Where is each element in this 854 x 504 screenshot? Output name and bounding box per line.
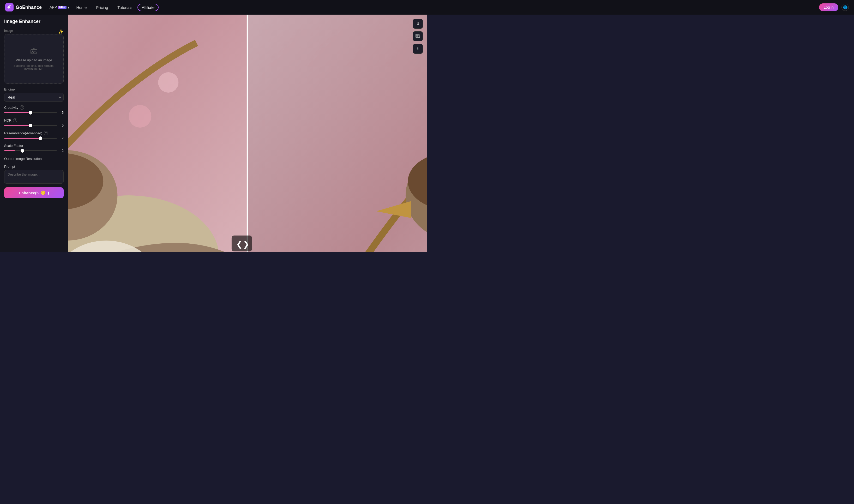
resemblance-section: Resemblance(Advanced) ? 7 — [4, 131, 63, 140]
upload-icon — [30, 48, 38, 56]
hdr-info-icon[interactable]: ? — [13, 118, 17, 122]
svg-rect-47 — [416, 34, 418, 36]
prompt-input[interactable] — [4, 170, 63, 184]
creativity-section: Creativity ? 5 — [4, 105, 63, 114]
enhance-label: Enhance(5 — [19, 191, 39, 195]
resemblance-label: Resemblance(Advanced) — [4, 131, 42, 135]
svg-point-13 — [158, 72, 178, 93]
scale-value: 2 — [59, 149, 63, 152]
creativity-value: 5 — [59, 111, 63, 114]
nav-links: Home Pricing Tutorials Affiliate — [72, 4, 427, 11]
prompt-section: Prompt — [4, 165, 63, 184]
svg-rect-1 — [31, 50, 37, 54]
info-icon: ℹ — [417, 47, 419, 51]
svg-rect-48 — [418, 34, 419, 36]
engine-select[interactable]: Real Creative Balanced — [4, 93, 63, 102]
svg-text:❮: ❮ — [236, 240, 242, 249]
hdr-value: 5 — [59, 123, 63, 127]
gallery-button[interactable] — [413, 31, 423, 41]
sidebar: Image Enhancer Image ✨ Please upload an … — [0, 15, 68, 252]
magic-wand-icon[interactable]: ✨ — [58, 29, 63, 34]
comparison-container: ❮ ❯ — [68, 15, 427, 252]
svg-text:❯: ❯ — [243, 240, 249, 249]
svg-rect-49 — [416, 36, 418, 37]
output-label: Output Image Resolution — [4, 157, 42, 161]
logo-area[interactable]: GoEnhance — [5, 3, 42, 12]
download-icon: ⬇ — [416, 21, 420, 26]
scale-label: Scale Factor — [4, 144, 23, 148]
nav-home[interactable]: Home — [72, 4, 91, 11]
navbar: GoEnhance APP NEW ▾ Home Pricing Tutoria… — [0, 0, 427, 15]
engine-section: Engine Real Creative Balanced ▾ — [4, 87, 63, 102]
main-layout: Image Enhancer Image ✨ Please upload an … — [0, 0, 427, 252]
new-badge: NEW — [58, 6, 67, 9]
upload-sub-text: Supports jpg, png, jpeg formats, maximum… — [13, 64, 55, 70]
chevron-down-icon: ▾ — [68, 5, 69, 10]
right-toolbar: ⬇ ℹ — [413, 19, 423, 54]
app-label: APP — [50, 5, 57, 10]
image-section-label: Image — [4, 29, 13, 33]
output-section: Output Image Resolution — [4, 156, 63, 161]
creativity-label: Creativity — [4, 106, 18, 110]
engine-label: Engine — [4, 87, 63, 91]
svg-point-12 — [129, 105, 151, 128]
resemblance-slider[interactable] — [4, 138, 57, 139]
logo-icon — [5, 3, 14, 12]
creativity-slider[interactable] — [4, 112, 57, 113]
scale-section: Scale Factor 2 — [4, 144, 63, 152]
image-section: Image ✨ Please upload an image Supports … — [4, 29, 63, 84]
logo-text: GoEnhance — [16, 5, 42, 10]
image-upload-area[interactable]: Please upload an image Supports jpg, png… — [4, 34, 63, 84]
nav-affiliate[interactable]: Affiliate — [138, 4, 159, 11]
download-button[interactable]: ⬇ — [413, 19, 423, 29]
main-content: ❮ ❯ ⬇ — [68, 15, 427, 252]
resemblance-value: 7 — [59, 136, 63, 140]
nav-tutorials[interactable]: Tutorials — [113, 4, 137, 11]
svg-rect-6 — [248, 15, 427, 252]
bird-scene-svg: ❮ ❯ — [68, 15, 427, 252]
hdr-section: HDR ? 5 — [4, 118, 63, 127]
gallery-icon — [416, 34, 420, 39]
page-title: Image Enhancer — [4, 19, 63, 24]
upload-main-text: Please upload an image — [16, 58, 52, 62]
engine-select-wrapper[interactable]: Real Creative Balanced ▾ — [4, 93, 63, 102]
enhance-close: ) — [48, 191, 49, 195]
scale-slider[interactable] — [4, 150, 57, 151]
info-button[interactable]: ℹ — [413, 44, 423, 54]
prompt-label: Prompt — [4, 165, 63, 168]
creativity-info-icon[interactable]: ? — [20, 105, 24, 110]
hdr-label: HDR — [4, 119, 12, 122]
nav-pricing[interactable]: Pricing — [92, 4, 112, 11]
app-menu[interactable]: APP NEW ▾ — [47, 4, 72, 11]
resemblance-info-icon[interactable]: ? — [44, 131, 48, 135]
hdr-slider[interactable] — [4, 125, 57, 126]
coin-icon: 🪙 — [41, 191, 46, 195]
svg-rect-50 — [418, 36, 419, 37]
enhance-button[interactable]: Enhance(5 🪙 ) — [4, 187, 63, 198]
